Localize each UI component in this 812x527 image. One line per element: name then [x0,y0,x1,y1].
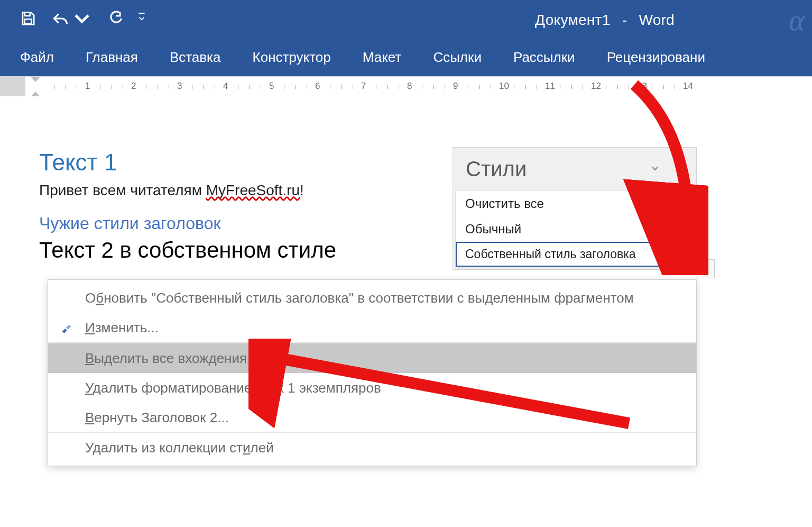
ruler-number: 8 [407,81,412,92]
style-item-2[interactable]: Собственный стиль заголовка¶ [456,242,694,267]
doc-heading2[interactable]: Чужие стили заголовок [39,214,336,233]
style-dropdown-button[interactable] [696,259,715,278]
pilcrow-icon: ¶ [678,223,684,235]
context-menu-label: Удалить из коллекции стилей [85,440,274,456]
save-icon[interactable] [20,11,36,26]
pane-options-icon[interactable] [651,165,659,174]
context-menu-item-5[interactable]: Удалить из коллекции стилей [48,433,696,462]
horizontal-ruler[interactable]: 1234567891011121314 [0,76,812,97]
ruler-number: 5 [269,81,274,92]
context-menu-item-3[interactable]: Удалить форматирование всех 1 экземпляро… [48,373,696,403]
first-line-indent-marker[interactable] [31,77,40,82]
ribbon-tab-6[interactable]: Рассылки [513,49,575,66]
ruler-number: 14 [683,81,693,92]
doc-heading3[interactable]: Текст 2 в собственном стиле [39,238,336,263]
ruler-number: 10 [499,81,509,92]
context-menu-item-4[interactable]: Вернуть Заголовок 2... [48,403,696,433]
style-item-label: Собственный стиль заголовка [465,247,636,261]
style-context-menu: Обновить "Собственный стиль заголовка" в… [48,279,697,466]
context-menu-label: Выделить все вхождения (1) [85,350,267,367]
ribbon-tab-5[interactable]: Ссылки [433,49,482,66]
ruler-number: 4 [223,81,228,92]
ribbon-tab-0[interactable]: Файл [20,49,54,66]
ruler-number: 13 [637,81,647,92]
ribbon-tab-2[interactable]: Вставка [170,49,221,66]
ruler-number: 7 [361,81,366,92]
watermark-alpha: α [789,3,805,37]
window-title: Документ1 - Word [535,12,675,29]
format-brush-icon [58,322,75,333]
doc-heading1[interactable]: Текст 1 [39,149,336,176]
context-menu-item-0[interactable]: Обновить "Собственный стиль заголовка" в… [48,283,696,313]
ruler-number: 12 [591,81,601,92]
ribbon-tab-7[interactable]: Рецензировани [607,49,705,66]
style-item-label: Очистить все [465,196,544,211]
pane-close-icon[interactable]: × [677,162,684,176]
ruler-number: 6 [315,81,320,92]
redo-icon[interactable] [107,11,123,26]
ribbon-tab-3[interactable]: Конструктор [253,49,331,66]
ruler-number: 9 [453,81,458,92]
document-content[interactable]: Текст 1 Привет всем читателям MyFreeSoft… [39,149,336,263]
quick-access-toolbar [20,11,145,26]
context-menu-label: Вернуть Заголовок 2... [85,410,229,426]
ruler-number: 11 [545,81,555,92]
title-bar: Документ1 - Word α [0,0,812,38]
context-menu-label: Удалить форматирование всех 1 экземпляро… [85,380,381,396]
ruler-number: 1 [85,81,90,92]
context-menu-item-2[interactable]: Выделить все вхождения (1) [48,343,696,373]
style-item-0[interactable]: Очистить все [456,191,694,216]
ribbon-tab-4[interactable]: Макет [363,49,402,66]
context-menu-label: Обновить "Собственный стиль заголовка" в… [85,290,634,306]
doc-paragraph-1[interactable]: Привет всем читателям MyFreeSoft.ru! [39,182,336,199]
context-menu-item-1[interactable]: Изменить... [48,313,696,343]
qat-customize-icon[interactable] [139,13,145,24]
styles-list: Очистить всеОбычный¶Собственный стиль за… [455,190,694,267]
styles-pane-title: Стили [466,157,527,181]
svg-rect-2 [139,13,145,14]
svg-rect-1 [25,19,32,24]
ruler-number: 3 [177,81,182,92]
undo-button[interactable] [52,11,91,26]
style-item-1[interactable]: Обычный¶ [456,216,694,242]
ribbon-tabs: ФайлГлавнаяВставкаКонструкторМакетСсылки… [0,38,812,76]
spellcheck-word[interactable]: MyFreeSoft.ru [206,182,300,198]
style-item-label: Обычный [465,222,521,237]
context-menu-label: Изменить... [85,320,159,336]
document-name: Документ1 [535,12,610,28]
styles-pane: Стили × Очистить всеОбычный¶Собственный … [453,147,697,270]
app-name: Word [639,12,675,28]
undo-dropdown-icon[interactable] [73,11,91,26]
svg-rect-0 [25,13,30,16]
ruler-number: 2 [131,81,136,92]
ribbon-tab-1[interactable]: Главная [86,49,138,66]
pilcrow-icon: ¶ [678,248,684,260]
